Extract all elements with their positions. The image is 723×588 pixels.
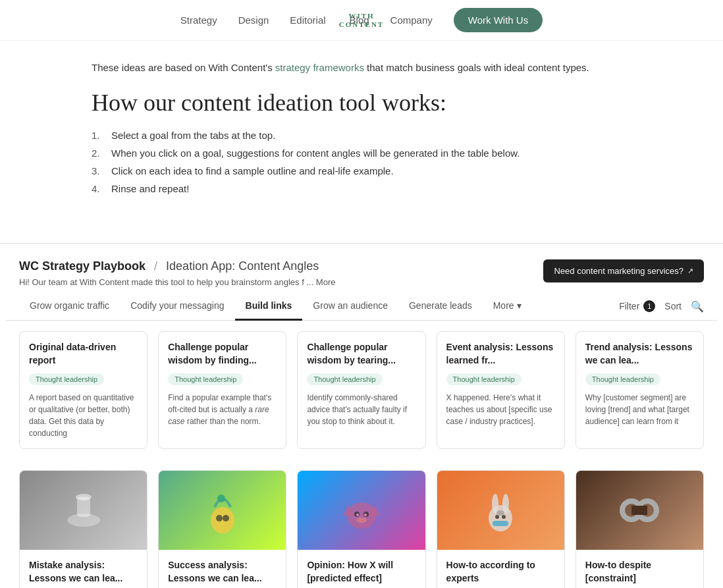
rabbit-icon <box>474 484 527 537</box>
tag-thought-leadership: Thought leadership <box>29 373 104 385</box>
svg-point-17 <box>502 494 509 514</box>
svg-point-12 <box>356 518 367 523</box>
intro-text: These ideas are based on With Content's … <box>92 62 631 73</box>
how-step-3: 3.Click on each idea to find a sample ou… <box>92 165 631 176</box>
tab-grow-organic[interactable]: Grow organic traffic <box>19 292 120 321</box>
need-content-button[interactable]: Need content marketing services? ↗ <box>543 259 704 282</box>
tab-build-links[interactable]: Build links <box>235 292 303 321</box>
card-3-desc: Identify commonly-shared advice that's a… <box>307 392 415 427</box>
tabs-bar: Grow organic traffic Codify your messagi… <box>6 292 717 321</box>
svg-point-15 <box>489 505 512 531</box>
tab-codify[interactable]: Codify your messaging <box>120 292 234 321</box>
nav-design[interactable]: Design <box>238 14 269 26</box>
playbook-title-area: WC Strategy Playbook / Ideation App: Con… <box>19 259 336 287</box>
how-step-1: 1.Select a goal from the tabs at the top… <box>92 130 631 141</box>
search-button[interactable]: 🔍 <box>691 300 704 313</box>
nav-editorial[interactable]: Editorial <box>290 14 325 26</box>
card-5-desc: Why [customer segment] are loving [trend… <box>585 392 694 427</box>
card-3-title: Challenge popular wisdom by tearing... <box>307 341 415 367</box>
svg-rect-20 <box>493 521 508 526</box>
external-link-icon: ↗ <box>687 267 693 275</box>
tag-thought-leadership: Thought leadership <box>307 373 382 385</box>
svg-point-2 <box>76 494 92 500</box>
breadcrumb-main: WC Strategy Playbook <box>19 259 146 273</box>
cards-area: Original data-driven report Thought lead… <box>6 321 717 588</box>
card-5-title: Trend analysis: Lessons we can lea... <box>585 341 694 367</box>
svg-point-13 <box>356 514 359 516</box>
card-3[interactable]: Challenge popular wisdom by tearing... T… <box>297 331 425 449</box>
chains-icon <box>613 484 666 537</box>
how-it-works-list: 1.Select a goal from the tabs at the top… <box>92 130 631 194</box>
how-step-2: 2.When you click on a goal, suggestions … <box>92 147 631 159</box>
card-8[interactable]: Opinion: How X will [predicted effect] T… <box>297 470 425 588</box>
tag-thought-leadership: Thought leadership <box>585 373 660 385</box>
card-2-title: Challenge popular wisdom by finding... <box>168 341 277 367</box>
chevron-down-icon: ▾ <box>517 300 522 311</box>
card-4-title: Event analysis: Lessons learned fr... <box>446 341 555 367</box>
filter-count-badge: 1 <box>643 300 655 312</box>
card-1[interactable]: Original data-driven report Thought lead… <box>19 331 147 449</box>
card-4-desc: X happened. Here's what it teaches us ab… <box>446 392 555 427</box>
card-10-title: How-to despite [constraint] <box>585 559 694 585</box>
svg-rect-24 <box>631 506 647 515</box>
tag-thought-leadership: Thought leadership <box>168 373 243 385</box>
card-4-tags: Thought leadership <box>446 373 555 385</box>
tag-thought-leadership: Thought leadership <box>446 373 522 385</box>
tab-generate-leads[interactable]: Generate leads <box>398 292 483 321</box>
svg-point-6 <box>223 515 229 521</box>
card-7-image <box>159 471 286 550</box>
card-3-tags: Thought leadership <box>307 373 415 385</box>
card-10[interactable]: How-to despite [constraint] SEO Thought … <box>576 470 704 588</box>
tab-grow-audience[interactable]: Grow an audience <box>302 292 398 321</box>
playbook-description: Hi! Our team at With Content made this t… <box>19 277 336 287</box>
card-6-title: Mistake analysis: Lessons we can lea... <box>29 559 138 585</box>
nav-company[interactable]: Company <box>390 14 433 26</box>
navigation: Strategy Design Editorial With Content B… <box>0 0 723 41</box>
card-8-title: Opinion: How X will [predicted effect] <box>307 559 415 585</box>
svg-point-19 <box>502 515 506 519</box>
card-8-image <box>298 471 425 550</box>
work-with-us-button[interactable]: Work With Us <box>454 8 543 32</box>
cards-row-2: Mistake analysis: Lessons we can lea... … <box>19 460 704 588</box>
svg-point-16 <box>492 494 498 514</box>
card-9-title: How-to according to experts <box>446 559 555 585</box>
card-10-image <box>576 471 703 550</box>
playbook-header: WC Strategy Playbook / Ideation App: Con… <box>6 244 717 292</box>
card-6-image <box>20 471 147 550</box>
sort-button[interactable]: Sort <box>664 301 682 311</box>
svg-point-4 <box>217 494 225 502</box>
filter-button[interactable]: Filter 1 <box>619 300 655 312</box>
card-1-desc: A report based on quantitative or qualit… <box>29 392 138 439</box>
svg-point-18 <box>495 515 499 519</box>
svg-point-3 <box>211 507 234 533</box>
tabs-right-controls: Filter 1 Sort 🔍 <box>619 300 704 313</box>
card-1-tags: Thought leadership <box>29 373 138 385</box>
card-9-image <box>437 471 564 550</box>
card-7[interactable]: Success analysis: Lessons we can lea... … <box>158 470 286 588</box>
svg-point-21 <box>496 510 504 516</box>
nav-left-links: Strategy Design Editorial <box>180 14 326 26</box>
breadcrumb-sub: Ideation App: Content Angles <box>166 259 319 273</box>
how-it-works-heading: How our content ideation tool works: <box>92 89 631 117</box>
svg-point-14 <box>364 514 367 516</box>
strategy-frameworks-link[interactable]: strategy frameworks <box>275 62 364 73</box>
cat-icon <box>335 484 388 537</box>
how-step-4: 4.Rinse and repeat! <box>92 183 631 194</box>
card-9[interactable]: How-to according to experts SEO Thought … <box>437 470 565 588</box>
cards-row-1: Original data-driven report Thought lead… <box>19 321 704 460</box>
nav-strategy[interactable]: Strategy <box>180 14 217 26</box>
card-4[interactable]: Event analysis: Lessons learned fr... Th… <box>437 331 565 449</box>
card-2[interactable]: Challenge popular wisdom by finding... T… <box>158 331 286 449</box>
site-logo[interactable]: With Content <box>339 12 384 28</box>
tab-more[interactable]: More ▾ <box>483 292 532 321</box>
card-5-tags: Thought leadership <box>585 373 694 385</box>
card-2-desc: Find a popular example that's oft-cited … <box>168 392 277 427</box>
pineapple-icon <box>196 484 249 537</box>
coffee-icon <box>57 484 110 537</box>
svg-point-5 <box>216 515 223 521</box>
card-5[interactable]: Trend analysis: Lessons we can lea... Th… <box>576 331 704 449</box>
card-2-tags: Thought leadership <box>168 373 277 385</box>
intro-section: These ideas are based on With Content's … <box>65 41 658 217</box>
card-6[interactable]: Mistake analysis: Lessons we can lea... … <box>19 470 147 588</box>
card-1-title: Original data-driven report <box>29 341 138 367</box>
